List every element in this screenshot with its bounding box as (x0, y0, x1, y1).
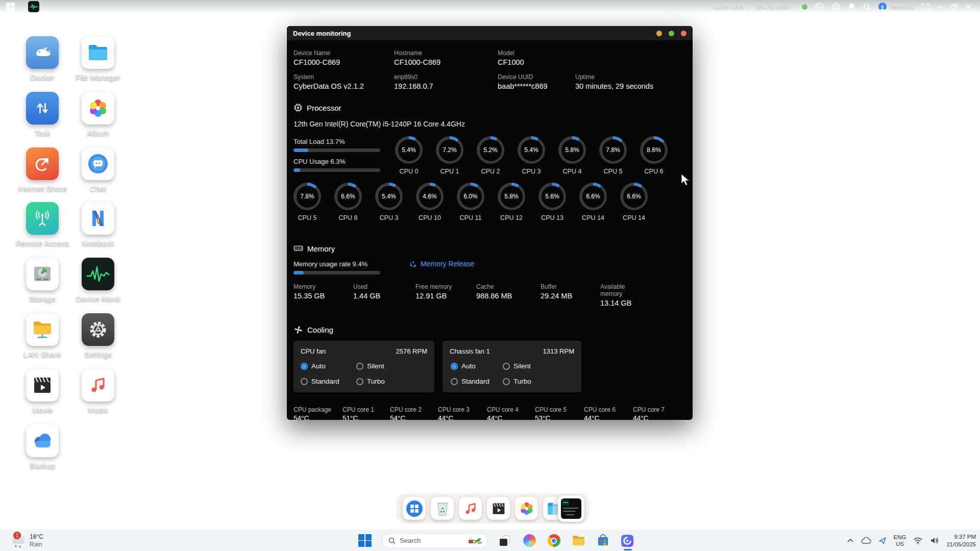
user-account-button[interactable]: Personal (878, 3, 914, 11)
chassis-fan-silent-radio[interactable]: Silent (503, 362, 531, 370)
copilot-button[interactable] (522, 533, 537, 548)
fan-icon (293, 325, 303, 335)
start-button[interactable] (357, 533, 373, 548)
maximize-traffic-light[interactable] (669, 31, 674, 36)
desktop-icon-lan-share[interactable]: LAN Share (11, 313, 74, 359)
minimize-button[interactable] (937, 4, 943, 10)
memory-total-cell: Memory15.35 GB (293, 283, 325, 300)
cooling-section-header: Cooling (293, 325, 333, 335)
language-indicator[interactable]: ENG US (894, 534, 906, 547)
close-traffic-light[interactable] (681, 31, 687, 36)
desktop-icon-backup[interactable]: Backup (11, 424, 74, 470)
windows-taskbar: 1 16°C Rain Search (0, 529, 980, 551)
memory-usage-bar (293, 271, 380, 274)
fan-rpm: 1313 RPM (543, 347, 574, 355)
volume-icon[interactable] (930, 537, 939, 544)
cpu-fan-card: CPU fan 2576 RPM Auto Silent Standard Tu… (293, 341, 434, 392)
sync-icon[interactable] (831, 3, 840, 11)
cpu-gauge: 8.6%CPU 6 (633, 136, 674, 175)
network-upload-speed: 254.18 KB/s ↑ (756, 3, 794, 10)
wifi-icon[interactable] (913, 537, 923, 544)
notifications-bell-icon[interactable] (848, 3, 855, 11)
hidden-icons-chevron-icon[interactable] (847, 538, 854, 543)
network-interface-cell: enp89s0192.168.0.7 (394, 73, 433, 91)
dock-app-launcher[interactable] (403, 497, 426, 520)
cpu-gauge: 7.2%CPU 1 (429, 136, 470, 175)
clapperboard-icon (32, 375, 53, 395)
avatar (878, 3, 887, 11)
desktop-icon-file-manager[interactable]: File Manager (66, 36, 130, 82)
desktop-icon-settings[interactable]: Settings (66, 313, 130, 359)
chassis-fan-auto-radio[interactable]: Auto (451, 362, 476, 370)
memory-cache-cell: Cache988.86 MB (476, 283, 512, 300)
desktop-icon-internet-share[interactable]: Internet Share (11, 147, 74, 193)
cpu-gauge-row-1: 5.4%CPU 0 7.2%CPU 1 5.2%CPU 2 5.4%CPU 3 … (388, 136, 674, 175)
desktop-icon-remote-access[interactable]: Remote Access (11, 202, 74, 247)
clapperboard-icon (491, 502, 506, 516)
fullscreen-icon[interactable] (921, 3, 929, 11)
radio-icon (356, 378, 363, 385)
cpu-usage-bar (293, 168, 380, 172)
chrome-icon (548, 534, 560, 547)
docker-whale-icon (32, 42, 53, 63)
folder-network-icon (32, 319, 53, 340)
window-titlebar[interactable]: Device monitoring (287, 26, 693, 40)
cpu-fan-silent-radio[interactable]: Silent (356, 362, 384, 370)
temp-cpu-core-2: CPU core 254°C (390, 406, 422, 420)
search-icon[interactable] (863, 3, 871, 11)
cpu-fan-auto-radio[interactable]: Auto (301, 362, 326, 370)
cpu-gauge-row-2: 7.8%CPU 5 6.6%CPU 8 5.4%CPU 3 4.6%CPU 10… (287, 183, 654, 221)
search-highlight-tea-icon (467, 535, 482, 546)
desktop-icon-notebook[interactable]: Notebook (66, 202, 130, 247)
temp-cpu-core-1: CPU core 151°C (342, 406, 374, 420)
gear-icon (87, 319, 109, 340)
desktop-icon-docker[interactable]: Docker (11, 36, 74, 82)
restore-button[interactable] (951, 4, 958, 10)
dock-music[interactable] (459, 497, 482, 520)
cpu-fan-turbo-radio[interactable]: Turbo (356, 378, 385, 385)
dock-movie[interactable] (487, 497, 510, 520)
radio-icon (451, 378, 458, 385)
close-button[interactable] (965, 4, 972, 10)
device-monitor-running-app-icon[interactable] (28, 1, 39, 12)
minimize-traffic-light[interactable] (656, 31, 662, 36)
temp-cpu-core-7: CPU core 744°C (633, 406, 665, 420)
download-arrow-icon: ↓ (745, 3, 748, 10)
search-input[interactable]: Search (382, 533, 488, 548)
file-explorer-button[interactable] (571, 533, 586, 548)
weather-temp: 16°C (30, 533, 43, 541)
music-note-icon (88, 375, 108, 395)
desktop-icon-music[interactable]: Music (66, 369, 130, 414)
microsoft-store-button[interactable] (595, 533, 610, 548)
chrome-button[interactable] (546, 533, 561, 548)
nas-desktop-app-button[interactable] (620, 533, 635, 548)
radio-icon (451, 363, 458, 370)
microsoft-store-icon (597, 534, 609, 547)
desktop-icon-movie[interactable]: Movie (11, 369, 74, 414)
desktop-icon-task[interactable]: Task (11, 92, 74, 137)
weather-widget[interactable]: 1 16°C Rain (9, 531, 43, 551)
dock-device-monitor-window-thumbnail[interactable] (558, 495, 584, 522)
temp-cpu-package: CPU package54°C (293, 406, 331, 420)
transfer-arrows-icon (33, 99, 52, 117)
cpu-fan-standard-radio[interactable]: Standard (301, 378, 339, 385)
memory-release-button[interactable]: Memory Release (409, 260, 475, 268)
task-view-button[interactable] (497, 533, 512, 548)
window-title: Device monitoring (293, 30, 351, 37)
dock-album[interactable] (515, 497, 538, 520)
memory-usage-label: Memory usage rate 9.4% (293, 260, 368, 268)
onedrive-cloud-icon[interactable] (861, 537, 871, 544)
clock[interactable]: 9:37 PM 21/05/2025 (946, 533, 976, 548)
desktop-icon-album[interactable]: Album (66, 92, 130, 137)
location-icon[interactable] (878, 537, 887, 545)
dock-recycle-bin[interactable] (431, 497, 454, 520)
system-cell: SystemCyberData OS v2.1.2 (293, 73, 364, 91)
transfer-monitor-icon[interactable] (815, 3, 824, 11)
desktop-icon-device-monitor[interactable]: Device Monit (66, 258, 130, 303)
chassis-fan-turbo-radio[interactable]: Turbo (503, 378, 531, 385)
app-launcher-icon[interactable] (6, 3, 15, 11)
chassis-fan-standard-radio[interactable]: Standard (451, 378, 489, 385)
desktop-icon-chat[interactable]: Chat (66, 147, 130, 193)
search-placeholder: Search (400, 537, 463, 544)
desktop-icon-storage[interactable]: Storage (11, 258, 74, 303)
